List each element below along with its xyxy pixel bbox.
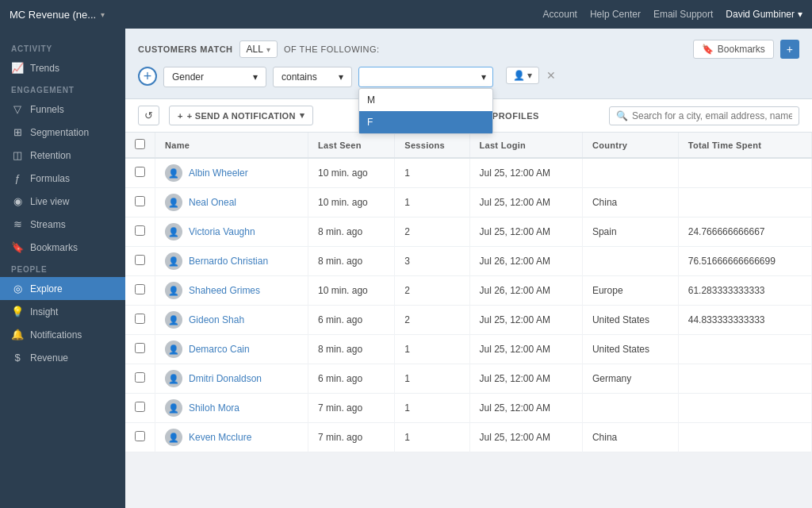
nav-right: Account Help Center Email Support David …: [543, 9, 802, 20]
operator-value: contains: [282, 71, 317, 83]
table-header: Name Last Seen Sessions Last Login Count…: [125, 133, 812, 158]
filter-avatar-button[interactable]: 👤 ▾: [506, 67, 539, 84]
search-box[interactable]: 🔍: [609, 106, 799, 125]
row-checkbox[interactable]: [125, 158, 155, 188]
sidebar-item-streams[interactable]: ≋ Streams: [0, 213, 125, 236]
row-checkbox[interactable]: [125, 276, 155, 306]
filter-row: + Gender ▾ contains ▾ ▾ M F: [138, 67, 799, 87]
field-value: Gender: [172, 71, 204, 83]
search-input[interactable]: [632, 110, 792, 121]
select-all-checkbox[interactable]: [135, 139, 145, 149]
row-last-seen: 6 min. ago: [308, 364, 395, 394]
profiles-table: Name Last Seen Sessions Last Login Count…: [125, 133, 812, 452]
row-name: 👤 Demarco Cain: [155, 335, 308, 364]
row-name: 👤 Bernardo Christian: [155, 247, 308, 276]
row-last-login: Jul 25, 12:00 AM: [469, 158, 582, 188]
row-checkbox[interactable]: [125, 394, 155, 423]
formulas-icon: ƒ: [11, 172, 24, 184]
row-checkbox[interactable]: [125, 335, 155, 364]
people-section: PEOPLE ◎ Explore 💡 Insight 🔔 Notificatio…: [0, 259, 125, 369]
row-checkbox[interactable]: [125, 217, 155, 247]
sidebar-item-insight[interactable]: 💡 Insight: [0, 300, 125, 323]
row-checkbox[interactable]: [125, 364, 155, 394]
operator-select[interactable]: contains ▾: [273, 67, 352, 87]
table-row: 👤 Demarco Cain 8 min. ago 1 Jul 25, 12:0…: [125, 335, 812, 364]
row-checkbox[interactable]: [125, 423, 155, 452]
table-row: 👤 Albin Wheeler 10 min. ago 1 Jul 25, 12…: [125, 158, 812, 188]
sidebar-item-revenue[interactable]: $ Revenue: [0, 346, 125, 369]
user-avatar: 👤: [165, 282, 182, 299]
sidebar-label-formulas: Formulas: [30, 173, 70, 184]
row-checkbox[interactable]: [125, 188, 155, 217]
row-name: 👤 Victoria Vaughn: [155, 217, 308, 247]
user-name-cell[interactable]: Gideon Shah: [189, 314, 244, 325]
sidebar-item-trends[interactable]: 📈 Trends: [0, 56, 125, 79]
segmentation-icon: ⊞: [11, 126, 24, 138]
table-row: 👤 Shiloh Mora 7 min. ago 1 Jul 25, 12:00…: [125, 394, 812, 423]
sidebar-item-notifications[interactable]: 🔔 Notifications: [0, 323, 125, 346]
remove-filter-button[interactable]: ✕: [542, 67, 560, 83]
user-name-cell[interactable]: Victoria Vaughn: [189, 226, 255, 237]
operator-chevron-icon: ▾: [339, 71, 343, 83]
row-last-login: Jul 25, 12:00 AM: [469, 335, 582, 364]
user-chevron-icon: ▾: [798, 9, 802, 20]
refresh-button[interactable]: ↺: [138, 106, 159, 125]
funnels-icon: ▽: [11, 103, 24, 115]
user-name-cell[interactable]: Albin Wheeler: [189, 167, 248, 179]
user-name-cell[interactable]: Bernardo Christian: [189, 256, 268, 267]
user-name: David Gumbiner: [726, 9, 795, 20]
row-last-login: Jul 25, 12:00 AM: [469, 306, 582, 335]
insight-icon: 💡: [11, 306, 24, 318]
app-title: MC Revenue (ne...: [10, 9, 96, 21]
user-avatar: 👤: [165, 252, 182, 270]
trends-icon: 📈: [11, 62, 24, 74]
row-last-login: Jul 26, 12:00 AM: [469, 276, 582, 306]
help-center-link[interactable]: Help Center: [590, 9, 641, 20]
user-name-cell[interactable]: Dmitri Donaldson: [189, 373, 262, 384]
bookmarks-button[interactable]: 🔖 Bookmarks: [693, 40, 774, 59]
row-last-seen: 10 min. ago: [308, 158, 395, 188]
explore-icon: ◎: [11, 283, 24, 294]
send-notification-button[interactable]: + + SEND A NOTIFICATION ▾: [169, 106, 313, 125]
row-last-seen: 8 min. ago: [308, 335, 395, 364]
sidebar-item-segmentation[interactable]: ⊞ Segmentation: [0, 121, 125, 144]
sidebar-item-explore[interactable]: ◎ Explore: [0, 277, 125, 300]
row-name: 👤 Neal Oneal: [155, 188, 308, 217]
nav-left: MC Revenue (ne... ▾: [10, 9, 105, 21]
row-total-time: 61.283333333333: [678, 276, 811, 306]
send-notification-chevron-icon: ▾: [300, 110, 304, 121]
sidebar-item-funnels[interactable]: ▽ Funnels: [0, 98, 125, 121]
user-name-cell[interactable]: Shaheed Grimes: [189, 285, 260, 296]
user-name-cell[interactable]: Shiloh Mora: [189, 402, 239, 414]
row-checkbox[interactable]: [125, 306, 155, 335]
checkbox-header: [125, 133, 155, 158]
match-select[interactable]: ALL ▾: [239, 40, 278, 58]
engagement-section-label: ENGAGEMENT: [0, 79, 125, 98]
row-name: 👤 Shiloh Mora: [155, 394, 308, 423]
revenue-icon: $: [11, 352, 24, 364]
email-support-link[interactable]: Email Support: [653, 9, 713, 20]
option-f[interactable]: F: [359, 111, 492, 133]
add-filter-button[interactable]: +: [780, 40, 799, 59]
sidebar-item-retention[interactable]: ◫ Retention: [0, 144, 125, 167]
value-input[interactable]: ▾: [358, 67, 493, 87]
user-name-cell[interactable]: Keven Mcclure: [189, 432, 251, 443]
top-nav: MC Revenue (ne... ▾ Account Help Center …: [0, 0, 812, 29]
user-name-cell[interactable]: Neal Oneal: [189, 197, 236, 208]
filter-actions: 🔖 Bookmarks +: [693, 40, 799, 59]
col-last-seen: Last Seen: [308, 133, 395, 158]
add-condition-button[interactable]: +: [138, 67, 157, 86]
field-select[interactable]: Gender ▾: [163, 67, 266, 87]
account-link[interactable]: Account: [543, 9, 577, 20]
user-menu[interactable]: David Gumbiner ▾: [726, 9, 802, 20]
sidebar-item-live-view[interactable]: ◉ Live view: [0, 190, 125, 213]
col-name: Name: [155, 133, 308, 158]
table-row: 👤 Victoria Vaughn 8 min. ago 2 Jul 25, 1…: [125, 217, 812, 247]
sidebar-item-formulas[interactable]: ƒ Formulas: [0, 167, 125, 190]
row-checkbox[interactable]: [125, 247, 155, 276]
streams-icon: ≋: [11, 218, 24, 230]
user-name-cell[interactable]: Demarco Cain: [189, 344, 250, 355]
option-m[interactable]: M: [359, 89, 492, 111]
sidebar-label-insight: Insight: [30, 306, 58, 318]
sidebar-item-bookmarks[interactable]: 🔖 Bookmarks: [0, 236, 125, 259]
